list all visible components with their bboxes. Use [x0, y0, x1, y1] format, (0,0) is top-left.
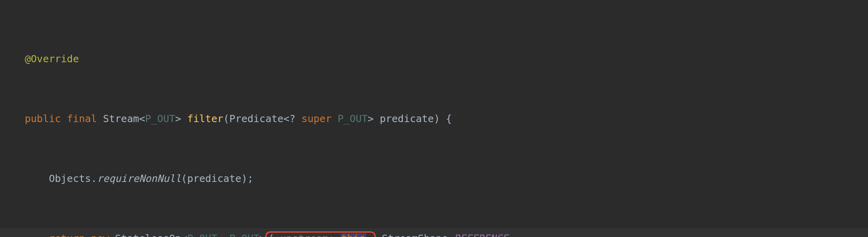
space [109, 233, 115, 237]
keyword-this: this [340, 233, 366, 237]
wildcard: ? [289, 114, 301, 124]
angle-close: > [175, 114, 187, 124]
dot: . [448, 233, 454, 237]
const-reference: REFERENCE [454, 233, 508, 237]
angle-close: > [368, 114, 380, 124]
indent [25, 233, 49, 237]
type-stream: Stream [103, 114, 139, 124]
class-objects: Objects [49, 174, 91, 184]
space [85, 233, 91, 237]
keyword-super: super [301, 114, 331, 124]
space [61, 114, 67, 124]
code-line[interactable]: @Override [25, 49, 868, 69]
paren-open: ( [268, 233, 280, 237]
space [97, 114, 103, 124]
code-line[interactable]: Objects.requireNonNull(predicate); [25, 168, 868, 188]
angle-open: < [283, 114, 289, 124]
type-statelessop: StatelessOp [115, 233, 181, 237]
param-predicate: predicate [380, 114, 434, 124]
comma: , [508, 233, 514, 237]
angle-open: < [181, 233, 187, 237]
type-predicate: Predicate [229, 114, 283, 124]
angle-close: > [259, 233, 265, 237]
annotation: @Override [25, 54, 79, 64]
inlay-hint-upstream: upstream: [280, 233, 340, 237]
highlight-box: ( upstream: this, [265, 231, 376, 237]
code-line[interactable]: public final Stream<P_OUT> filter(Predic… [25, 109, 868, 128]
arg-predicate: predicate [187, 174, 241, 184]
space [376, 233, 382, 237]
dot: . [91, 174, 97, 184]
keyword-public: public [25, 114, 61, 124]
call-requirenonnull: requireNonNull [97, 174, 181, 184]
comma: , [217, 233, 229, 237]
paren-close: ); [241, 174, 253, 184]
space [332, 114, 338, 124]
indent [25, 174, 49, 184]
comma: , [366, 233, 372, 237]
paren-open: ( [223, 114, 229, 124]
keyword-return: return [49, 233, 85, 237]
generic-param: P_OUT [145, 114, 175, 124]
generic-param: P_OUT [187, 233, 217, 237]
class-streamshape: StreamShape [382, 233, 448, 237]
paren-close: ) { [434, 114, 452, 124]
generic-param: P_OUT [338, 114, 368, 124]
code-line-current[interactable]: return new StatelessOp<P_OUT, P_OUT>( up… [0, 228, 868, 237]
code-editor[interactable]: @Override public final Stream<P_OUT> fil… [0, 0, 868, 237]
keyword-new: new [91, 233, 109, 237]
keyword-final: final [67, 114, 97, 124]
method-filter: filter [187, 114, 223, 124]
paren-open: ( [181, 174, 187, 184]
angle-open: < [139, 114, 145, 124]
generic-param: P_OUT [229, 233, 259, 237]
